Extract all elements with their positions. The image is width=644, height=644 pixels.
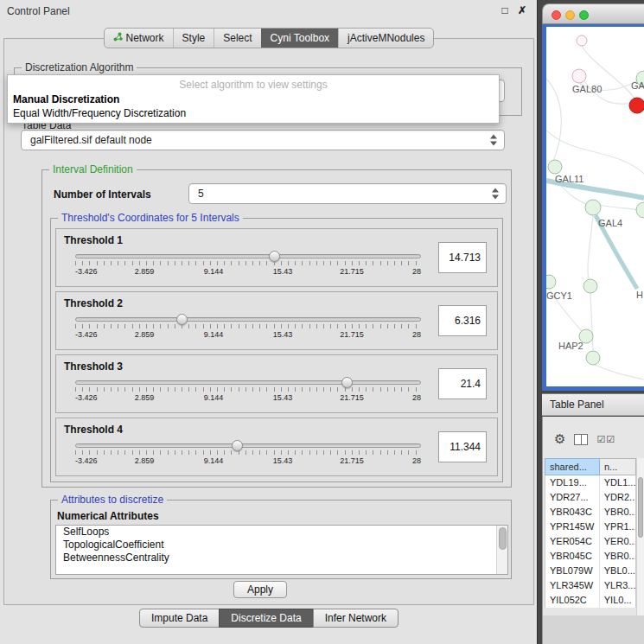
- cell[interactable]: YBR045C: [545, 549, 600, 564]
- list-item[interactable]: BetweennessCentrality: [56, 552, 507, 564]
- tab-label: Cyni Toolbox: [271, 32, 329, 44]
- network-node[interactable]: [636, 202, 644, 218]
- threshold-label: Threshold 3: [64, 360, 123, 373]
- minimize-traffic-light-icon[interactable]: [565, 10, 575, 20]
- tab-cyni-toolbox[interactable]: Cyni Toolbox: [261, 29, 338, 48]
- checkbox-icons[interactable]: ☑☑: [596, 434, 615, 445]
- list-item[interactable]: SelfLoops: [56, 526, 507, 539]
- table-header-row: shared... n...: [545, 458, 636, 475]
- dropdown-prompt[interactable]: Select algorithm to view settings: [8, 77, 499, 92]
- table-row[interactable]: YBL079WYBL0...: [545, 564, 635, 578]
- slider-ticks: [75, 450, 421, 455]
- cell[interactable]: YIL052C: [545, 593, 600, 608]
- columns-icon[interactable]: [574, 434, 588, 445]
- table-panel-header: Table Panel: [542, 393, 644, 416]
- checkbox-icon[interactable]: ☑: [596, 434, 606, 444]
- apply-button[interactable]: Apply: [233, 581, 287, 598]
- table-row[interactable]: YDR27...YDR2...: [545, 490, 635, 505]
- table-row[interactable]: YDL19...YDL1...: [545, 475, 635, 490]
- slider-tick-labels: -3.426 2.859 9.144 15.43 21.715 28: [75, 267, 421, 277]
- cell[interactable]: YBR0...: [600, 549, 635, 564]
- slider-tick-labels: -3.426 2.859 9.144 15.43 21.715 28: [75, 330, 421, 341]
- tab-select[interactable]: Select: [214, 29, 260, 48]
- network-node-selected[interactable]: [629, 98, 644, 113]
- window-title: Control Panel: [7, 5, 70, 17]
- table-row[interactable]: YER054CYER0...: [545, 534, 635, 549]
- close-icon[interactable]: ✗: [515, 4, 529, 16]
- cell[interactable]: YPR145W: [545, 520, 600, 534]
- network-node[interactable]: [583, 279, 597, 293]
- tab-network[interactable]: Network: [105, 29, 173, 48]
- network-node[interactable]: [586, 351, 600, 365]
- gear-icon[interactable]: ⚙: [554, 431, 565, 447]
- table-data-combobox[interactable]: galFiltered.sif default node: [21, 130, 505, 150]
- cell[interactable]: YBL0...: [600, 564, 635, 578]
- dropdown-option-manual-discretization[interactable]: Manual Discretization: [8, 92, 499, 106]
- tab-style[interactable]: Style: [173, 29, 214, 48]
- close-traffic-light-icon[interactable]: [552, 10, 561, 20]
- threshold-2-slider[interactable]: [75, 317, 421, 322]
- threshold-label: Threshold 1: [64, 234, 123, 246]
- threshold-3-slider[interactable]: [75, 380, 421, 385]
- column-header-shared-name[interactable]: shared...: [545, 458, 600, 475]
- numerical-attributes-label: Numerical Attributes: [57, 510, 159, 522]
- network-node[interactable]: [572, 69, 586, 83]
- table-row[interactable]: YLR345WYLR3...: [545, 578, 635, 593]
- cell[interactable]: YDL19...: [545, 475, 600, 490]
- float-window-icon[interactable]: □: [498, 4, 512, 16]
- threshold-1-slider[interactable]: [75, 254, 421, 258]
- slider-ticks: [75, 261, 421, 265]
- control-panel-window: Control Panel □ ✗ Network Style Select C…: [0, 0, 538, 644]
- cell[interactable]: YDL1...: [600, 475, 635, 490]
- num-intervals-combobox[interactable]: 5: [188, 183, 507, 204]
- tab-label: jActiveMNodules: [348, 32, 424, 44]
- threshold-3-value-input[interactable]: [438, 368, 487, 399]
- cell[interactable]: YBR043C: [545, 505, 600, 520]
- threshold-4-panel: Threshold 4 -3.426 2.859 9.144 15.43 21.…: [55, 418, 498, 476]
- zoom-traffic-light-icon[interactable]: [579, 10, 589, 20]
- threshold-2-value-input[interactable]: [438, 305, 487, 336]
- cell[interactable]: YBR0...: [600, 505, 635, 520]
- bottom-tab-bar: Impute Data Discretize Data Infer Networ…: [0, 609, 538, 628]
- table-panel-footer: [542, 615, 644, 644]
- column-header-name[interactable]: n...: [600, 458, 636, 475]
- threshold-1-value-input[interactable]: [438, 242, 487, 273]
- table-row[interactable]: YIL052CYIL0...: [545, 593, 635, 608]
- tab-infer-network[interactable]: Infer Network: [313, 609, 399, 628]
- network-canvas[interactable]: GAL80 GAL11 GAL4 GCY1 HAP2 GA H: [546, 27, 644, 386]
- cell[interactable]: YIL0...: [600, 593, 635, 608]
- network-window-titlebar[interactable]: [542, 3, 644, 24]
- threshold-4-value-input[interactable]: [438, 431, 487, 462]
- top-tab-bar: Network Style Select Cyni Toolbox jActiv…: [0, 28, 538, 48]
- scrollbar-thumb[interactable]: [638, 477, 643, 538]
- tab-impute-data[interactable]: Impute Data: [139, 609, 220, 628]
- attributes-scrollbar[interactable]: [496, 526, 507, 574]
- network-node[interactable]: [585, 200, 601, 215]
- checkbox-icon[interactable]: ☑: [606, 434, 615, 444]
- network-node[interactable]: [577, 35, 587, 46]
- tab-jactivemodules[interactable]: jActiveMNodules: [338, 29, 433, 48]
- cell[interactable]: YER0...: [600, 534, 635, 549]
- cell[interactable]: YPR1...: [600, 520, 635, 534]
- cell[interactable]: YER054C: [545, 534, 600, 549]
- table-row[interactable]: YBR043CYBR0...: [545, 505, 635, 520]
- cell[interactable]: YLR345W: [545, 578, 600, 593]
- table-row[interactable]: YBR045CYBR0...: [545, 549, 635, 564]
- tab-discretize-data[interactable]: Discretize Data: [219, 609, 313, 628]
- cell[interactable]: YDR27...: [545, 490, 600, 505]
- scrollbar-thumb[interactable]: [499, 527, 507, 550]
- cell[interactable]: YDR2...: [600, 490, 635, 505]
- table-row[interactable]: YPR145WYPR1...: [545, 520, 635, 534]
- cell[interactable]: YLR3...: [600, 578, 635, 593]
- top-tab-group: Network Style Select Cyni Toolbox jActiv…: [104, 28, 435, 48]
- table-scrollbar[interactable]: [636, 458, 644, 615]
- threshold-4-slider[interactable]: [75, 443, 421, 448]
- network-icon: [113, 32, 123, 44]
- spinner-icon: [492, 188, 500, 200]
- dropdown-option-equal-width[interactable]: Equal Width/Frequency Discretization: [8, 106, 499, 120]
- node-label: GAL4: [598, 218, 622, 228]
- list-item[interactable]: TopologicalCoefficient: [56, 539, 507, 552]
- network-node[interactable]: [546, 275, 556, 289]
- network-node[interactable]: [548, 160, 562, 174]
- cell[interactable]: YBL079W: [545, 564, 600, 578]
